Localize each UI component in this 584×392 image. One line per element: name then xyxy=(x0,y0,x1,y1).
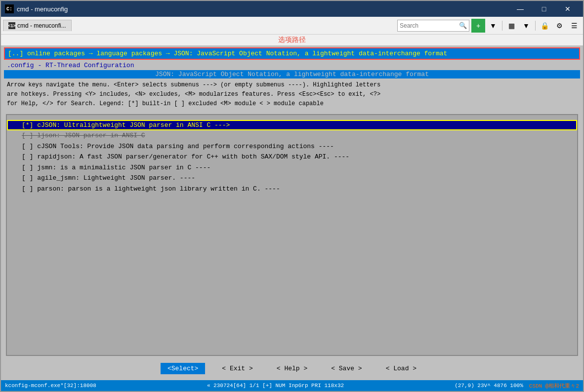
add-button[interactable]: + xyxy=(471,19,485,33)
menu-button[interactable]: ☰ xyxy=(567,19,581,33)
search-box: 🔍 xyxy=(397,20,469,32)
tab-cmd[interactable]: <1> cmd - menuconfi... xyxy=(3,20,72,31)
status-middle: « 230724[64] 1/1 [+] NUM InpGrp PRI 118x… xyxy=(207,383,344,389)
menu-item-cjson[interactable]: [*] cJSON: Ultralightweight JSON parser … xyxy=(7,120,577,131)
breadcrumb: [..] online packages → language packages… xyxy=(4,47,580,60)
main-window: C: cmd - menuconfig — □ ✕ <1> cmd - menu… xyxy=(0,0,584,392)
menu-item-jsmn[interactable]: [ ] jsmn: is a minimalistic JSON parser … xyxy=(7,162,577,173)
app-icon: C: xyxy=(5,4,14,13)
window-title: cmd - menuconfig xyxy=(17,5,509,13)
help-line-1: Arrow keys navigate the menu. <Enter> se… xyxy=(7,80,577,90)
bottom-btn-1[interactable]: < Exit > xyxy=(215,363,259,374)
status-bar: kconfig-mconf.exe*[32]:18008 « 230724[64… xyxy=(1,380,583,391)
title-bar: C: cmd - menuconfig — □ ✕ xyxy=(1,1,583,17)
lock-button[interactable]: 🔒 xyxy=(538,19,551,33)
help-text: Arrow keys navigate the menu. <Enter> se… xyxy=(4,78,580,111)
help-line-3: for Help, </> for Search. Legend: [*] bu… xyxy=(7,99,577,109)
maximize-button[interactable]: □ xyxy=(533,1,555,17)
toolbar-actions: + ▼ ▦ ▼ 🔒 ⚙ ☰ xyxy=(471,19,581,33)
close-button[interactable]: ✕ xyxy=(556,1,579,17)
layout-dropdown[interactable]: ▼ xyxy=(519,19,533,33)
config-title: .config - RT-Thread Configuration xyxy=(4,61,580,70)
option-path-label: 选项路径 xyxy=(1,35,583,45)
menu-item-agile-jsmn[interactable]: [ ] agile_jsmn: Lightweight JSON parser.… xyxy=(7,173,577,184)
status-csdn: CSDN @相和代重々2 xyxy=(529,382,579,390)
bottom-buttons: <Select>< Exit >< Help >< Save >< Load > xyxy=(4,359,580,378)
menu-item-ljson[interactable]: [ ] ljson: JSON parser in ANSI C xyxy=(7,130,577,141)
tab-icon: <1> xyxy=(8,22,15,29)
minimize-button[interactable]: — xyxy=(509,1,532,17)
toolbar: <1> cmd - menuconfi... 🔍 + ▼ ▦ ▼ 🔒 ⚙ ☰ xyxy=(1,17,583,35)
layout-button[interactable]: ▦ xyxy=(504,19,518,33)
bottom-btn-4[interactable]: < Load > xyxy=(379,363,423,374)
menu-box: [*] cJSON: Ultralightweight JSON parser … xyxy=(6,114,578,356)
menu-item-cjson-tools[interactable]: [ ] cJSON Tools: Provide JSON data parsi… xyxy=(7,141,577,152)
menu-items-list: [*] cJSON: Ultralightweight JSON parser … xyxy=(7,120,577,195)
dropdown-button[interactable]: ▼ xyxy=(486,19,500,33)
status-process: kconfig-mconf.exe*[32]:18008 xyxy=(5,383,96,389)
bottom-btn-0[interactable]: <Select> xyxy=(161,363,205,374)
help-line-2: are hotkeys. Pressing <Y> includes, <N> … xyxy=(7,90,577,99)
search-input[interactable] xyxy=(400,22,459,29)
bottom-btn-3[interactable]: < Save > xyxy=(324,363,369,374)
gear-button[interactable]: ⚙ xyxy=(552,19,566,33)
menu-item-parson[interactable]: [ ] parson: parson is a lightweight json… xyxy=(7,184,577,195)
separator-1 xyxy=(502,21,502,31)
terminal-area: [..] online packages → language packages… xyxy=(1,45,583,380)
status-position: (27,9) 23V^ 4876 100% xyxy=(455,383,523,389)
search-button[interactable]: 🔍 xyxy=(459,22,467,29)
bottom-btn-2[interactable]: < Help > xyxy=(270,363,314,374)
status-right: (27,9) 23V^ 4876 100% CSDN @相和代重々2 xyxy=(455,382,579,390)
separator-2 xyxy=(535,21,536,31)
json-subtitle: JSON: JavaScript Object Notation, a ligh… xyxy=(4,70,580,78)
menu-item-rapidjson[interactable]: [ ] rapidjson: A fast JSON parser/genera… xyxy=(7,152,577,162)
tab-label: cmd - menuconfi... xyxy=(17,22,66,29)
window-controls: — □ ✕ xyxy=(509,1,579,17)
